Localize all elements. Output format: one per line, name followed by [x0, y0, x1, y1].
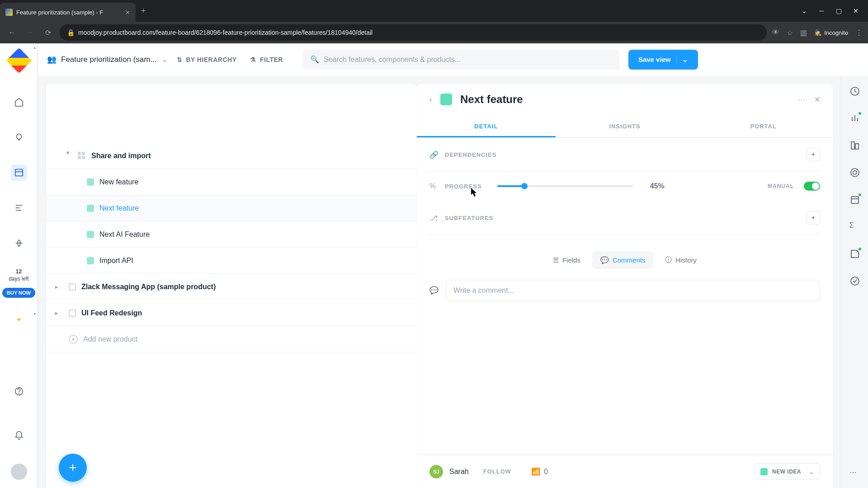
lightbulb-icon[interactable] — [11, 129, 27, 145]
kebab-menu-icon[interactable]: ⋮ — [855, 28, 863, 37]
comment-input[interactable]: Write a comment... — [446, 280, 820, 301]
productboard-logo[interactable] — [6, 48, 32, 74]
star-icon[interactable]: ☆ — [787, 28, 793, 37]
help-icon[interactable] — [11, 383, 27, 399]
component-icon — [78, 152, 86, 160]
address-bar: ← → ⟳ 🔒 moodjoy.productboard.com/feature… — [0, 22, 868, 43]
roadmap-icon[interactable] — [11, 200, 27, 216]
back-button[interactable]: ← — [5, 26, 18, 39]
svg-point-11 — [851, 169, 859, 177]
scroll-up-arrow[interactable]: ▴ — [32, 44, 37, 50]
home-icon[interactable] — [11, 94, 27, 110]
subfeatures-section: ⎇ SUBFEATURES + — [429, 201, 820, 235]
product-icon — [69, 310, 76, 317]
close-window-button[interactable]: ✕ — [853, 8, 859, 14]
caret-icon[interactable]: ▸ — [55, 284, 63, 290]
tab-portal[interactable]: PORTAL — [694, 117, 833, 137]
tree-item-next-ai[interactable]: Next AI Feature — [46, 221, 417, 248]
close-icon[interactable]: ✕ — [814, 95, 820, 104]
scroll-down-arrow[interactable]: ▾ — [32, 311, 37, 316]
eye-off-icon[interactable]: 👁 — [772, 28, 779, 37]
user-avatar[interactable] — [11, 464, 27, 480]
search-input[interactable]: 🔍 Search features, components & products… — [303, 50, 619, 70]
svg-point-0 — [16, 134, 21, 139]
add-fab-button[interactable]: + — [59, 454, 87, 482]
buy-now-button[interactable]: BUY NOW — [2, 288, 35, 298]
progress-value: 45% — [650, 182, 665, 190]
manual-toggle[interactable] — [804, 182, 820, 191]
health-icon[interactable] — [849, 113, 860, 124]
board-icon[interactable] — [11, 164, 27, 181]
slider-handle[interactable] — [521, 183, 528, 189]
owner-name: Sarah — [449, 468, 469, 476]
owner-avatar[interactable]: SJ — [429, 465, 443, 479]
caret-icon[interactable]: ▸ — [65, 152, 71, 160]
release-icon[interactable] — [849, 249, 860, 259]
more-icon[interactable]: ⋯ — [798, 95, 805, 104]
tree-item-new-feature[interactable]: New feature — [46, 169, 417, 195]
by-hierarchy-button[interactable]: ⇅ BY HIERARCHY — [177, 56, 237, 63]
search-icon: 🔍 — [310, 55, 319, 64]
feature-title[interactable]: Next feature — [460, 93, 523, 106]
tree-item-import-api[interactable]: Import API — [46, 248, 417, 274]
tab-insights[interactable]: INSIGHTS — [556, 117, 694, 137]
right-activity-rail: Σ ⋯ — [841, 76, 868, 488]
tree-group-share-import[interactable]: ▸ Share and import — [46, 143, 417, 169]
bell-icon[interactable] — [11, 427, 27, 444]
sigma-icon[interactable]: Σ — [849, 221, 860, 232]
dropdown-icon[interactable]: ⌄ — [801, 8, 807, 14]
company-icon[interactable] — [849, 140, 860, 151]
svg-point-12 — [853, 171, 857, 174]
close-tab-icon[interactable]: ✕ — [125, 9, 130, 16]
seg-history[interactable]: ⓘHistory — [657, 251, 705, 269]
target-icon[interactable] — [849, 167, 860, 178]
percent-icon: % — [429, 182, 439, 190]
insights-count[interactable]: 📶 0 — [531, 467, 548, 476]
filter-button[interactable]: ⚗ FILTER — [250, 56, 283, 63]
forward-button[interactable]: → — [24, 26, 36, 39]
seg-fields[interactable]: ☰Fields — [545, 251, 589, 269]
seg-comments[interactable]: 💬Comments — [592, 251, 654, 269]
progress-slider[interactable] — [497, 185, 633, 187]
caret-icon[interactable]: ▸ — [55, 310, 63, 316]
tree-icon: ⎇ — [429, 214, 439, 222]
portal-icon[interactable] — [11, 235, 27, 251]
minimize-button[interactable]: ─ — [818, 8, 825, 14]
svg-point-15 — [851, 277, 859, 285]
reload-button[interactable]: ⟳ — [42, 26, 54, 39]
ai-sparkle-icon[interactable]: ✦ — [11, 311, 27, 328]
back-caret-icon[interactable]: ‹ — [429, 95, 432, 104]
new-tab-button[interactable]: + — [141, 6, 146, 16]
feature-color-icon — [440, 94, 452, 105]
top-toolbar: 👥 Feature prioritization (sam... ⌄ ⇅ BY … — [38, 43, 868, 76]
check-circle-icon[interactable] — [849, 276, 860, 286]
svg-rect-1 — [15, 169, 23, 176]
chevron-down-icon[interactable]: ⌄ — [676, 56, 688, 64]
tab-detail[interactable]: DETAIL — [417, 117, 556, 137]
browser-tab[interactable]: Feature prioritization (sample) - F ✕ — [0, 3, 136, 22]
url-input[interactable]: 🔒 moodjoy.productboard.com/feature-board… — [60, 24, 767, 41]
maximize-button[interactable]: ▢ — [835, 8, 842, 14]
save-view-button[interactable]: Save view ⌄ — [628, 50, 698, 70]
clock-icon[interactable] — [849, 86, 860, 97]
follow-button[interactable]: FOLLOW — [483, 468, 511, 475]
list-icon: ☰ — [553, 256, 559, 264]
more-icon[interactable]: ⋯ — [849, 468, 860, 479]
add-product-row[interactable]: + Add new product — [46, 326, 417, 352]
svg-point-7 — [19, 393, 19, 394]
trial-days: 12 days left — [9, 268, 29, 282]
tree-product-zlack[interactable]: ▸ Zlack Messaging App (sample product) — [46, 274, 417, 300]
chevron-down-icon[interactable]: ⌄ — [161, 55, 168, 64]
tree-product-ui-feed[interactable]: ▸ UI Feed Redesign — [46, 300, 417, 326]
status-selector[interactable]: NEW IDEA ⌄ — [755, 463, 820, 480]
filter-icon: ⚗ — [250, 56, 256, 63]
add-dependency-button[interactable]: + — [807, 148, 820, 161]
panel-icon[interactable]: ▥ — [800, 28, 807, 37]
comment-composer: 💬 Write a comment... — [429, 280, 820, 301]
add-subfeature-button[interactable]: + — [807, 211, 820, 225]
calendar-icon[interactable] — [849, 194, 860, 205]
tree-item-next-feature[interactable]: Next feature — [46, 195, 417, 221]
browser-tab-strip: Feature prioritization (sample) - F ✕ + … — [0, 0, 868, 22]
feature-detail-panel: ‹ Next feature ⋯ ✕ DETAIL INSIGHTS PORTA… — [417, 84, 833, 488]
board-name-selector[interactable]: 👥 Feature prioritization (sam... ⌄ — [47, 55, 168, 64]
